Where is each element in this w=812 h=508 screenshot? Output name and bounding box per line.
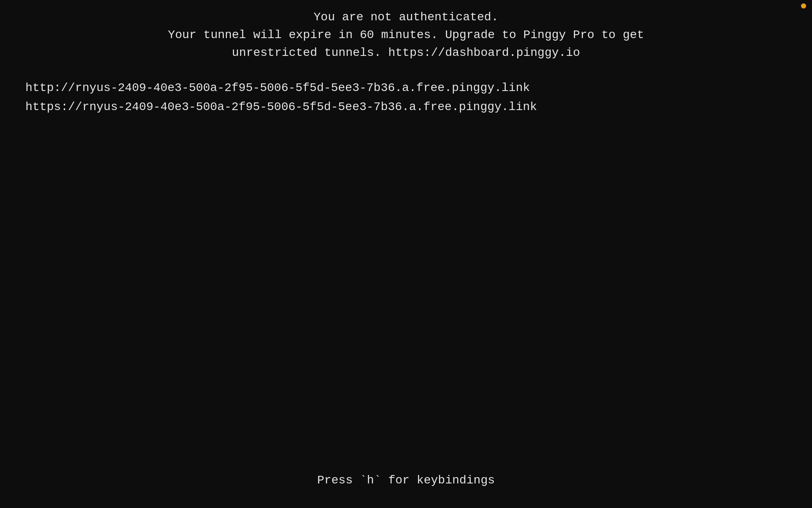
window-minimize-button[interactable] [801,3,806,8]
terminal-screen: You are not authenticated. Your tunnel w… [0,0,812,508]
keybinding-hint-text: Press `h` for keybindings [317,474,495,487]
unrestricted-message-line: unrestricted tunnels. https://dashboard.… [0,44,812,62]
top-content: You are not authenticated. Your tunnel w… [0,4,812,62]
bottom-bar: Press `h` for keybindings [317,474,495,487]
expire-message-line: Your tunnel will expire in 60 minutes. U… [0,26,812,44]
urls-section: http://rnyus-2409-40e3-500a-2f95-5006-5f… [0,79,812,117]
url-https-line[interactable]: https://rnyus-2409-40e3-500a-2f95-5006-5… [25,98,812,117]
url-http-line[interactable]: http://rnyus-2409-40e3-500a-2f95-5006-5f… [25,79,812,98]
auth-message-line: You are not authenticated. [0,8,812,26]
